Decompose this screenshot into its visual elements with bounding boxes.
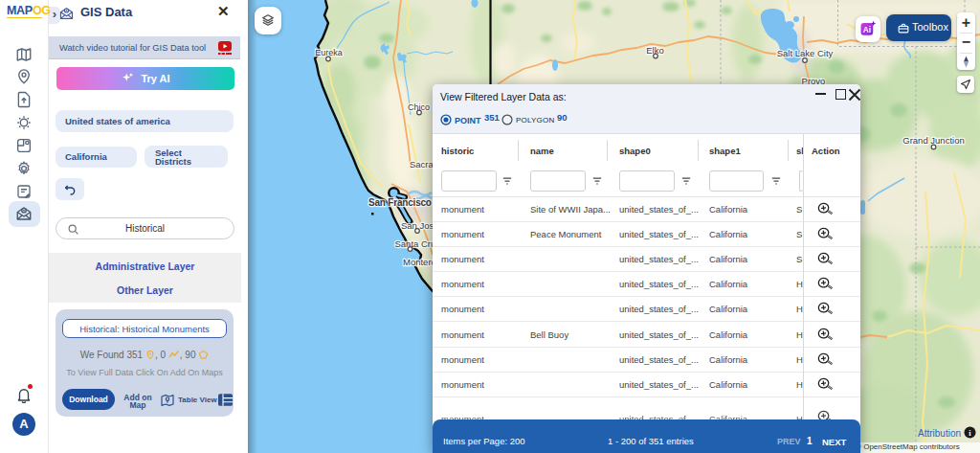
svg-text:Grand Junction: Grand Junction	[902, 135, 964, 146]
svg-text:Salt Lake City: Salt Lake City	[777, 48, 834, 58]
svg-text:Eureka: Eureka	[315, 48, 343, 57]
svg-text:San Francisco: San Francisco	[368, 197, 432, 208]
svg-text:Ai: Ai	[863, 26, 871, 34]
